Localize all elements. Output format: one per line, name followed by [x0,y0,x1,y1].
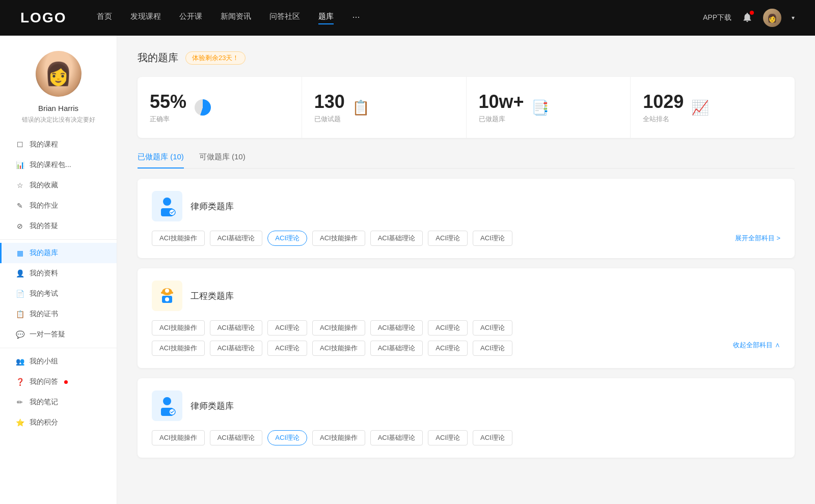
sidebar-item-notes[interactable]: ✏ 我的笔记 [0,392,117,412]
sidebar-item-bank[interactable]: ▦ 我的题库 [0,243,117,263]
tag-eng2-basic2[interactable]: ACI基础理论 [370,341,423,356]
bank-card-engineer-title: 工程类题库 [191,290,234,302]
sidebar-item-coursepack[interactable]: 📊 我的课程包... [0,155,117,175]
sidebar-item-favorites[interactable]: ☆ 我的收藏 [0,175,117,195]
tag-eng-theory2[interactable]: ACI理论 [428,320,468,335]
nav-link-discover[interactable]: 发现课程 [130,12,161,24]
sidebar-item-homework[interactable]: ✎ 我的作业 [0,195,117,216]
question-bank-icon: 📑 [531,98,550,117]
lawyer2-icon [156,395,178,417]
nav-link-qa[interactable]: 问答社区 [269,12,300,24]
tag-eng-skill1[interactable]: ACI技能操作 [152,320,205,335]
tag-law2-theory1[interactable]: ACI理论 [267,430,307,445]
tag-aci-basic2[interactable]: ACI基础理论 [370,231,423,246]
nav-app-download[interactable]: APP下载 [703,13,731,22]
nav-link-home[interactable]: 首页 [97,12,112,24]
sidebar-item-tutor[interactable]: 💬 一对一答疑 [0,324,117,345]
tag-eng2-skill1[interactable]: ACI技能操作 [152,341,205,356]
chat-icon: 💬 [15,330,24,339]
svg-point-5 [165,289,169,293]
sidebar-item-label: 我的积分 [30,418,58,427]
file-icon: ☐ [15,140,24,149]
tab-available-banks[interactable]: 可做题库 (10) [199,152,246,168]
sidebar-item-qa[interactable]: ⊘ 我的答疑 [0,216,117,236]
tag-aci-skill1[interactable]: ACI技能操作 [152,231,205,246]
page-title-row: 我的题库 体验剩余23天！ [138,51,795,65]
nav-link-news[interactable]: 新闻资讯 [221,12,251,24]
tag-aci-theory3[interactable]: ACI理论 [473,231,512,246]
stat-rank-number: 1029 [643,91,684,113]
nav-dropdown-arrow[interactable]: ▾ [792,14,795,21]
tag-eng2-theory3[interactable]: ACI理论 [473,341,512,356]
sidebar-item-cert[interactable]: 📋 我的证书 [0,304,117,324]
nav-link-open[interactable]: 公开课 [179,12,202,24]
tag-eng-basic2[interactable]: ACI基础理论 [370,320,423,335]
tag-eng-theory3[interactable]: ACI理论 [473,320,512,335]
tag-eng-theory1[interactable]: ACI理论 [267,320,307,335]
sidebar-item-profile[interactable]: 👤 我的资料 [0,263,117,284]
nav-logo[interactable]: LOGO [20,10,66,26]
tag-law2-basic1[interactable]: ACI基础理论 [210,430,263,445]
nav-bell-dot [750,11,754,15]
bank-card-lawyer2-tags: ACI技能操作 ACI基础理论 ACI理论 ACI技能操作 ACI基础理论 AC… [152,430,780,445]
svg-point-0 [163,198,171,206]
tag-eng2-skill2[interactable]: ACI技能操作 [312,341,365,356]
lawyer-icon [156,195,178,217]
nav-avatar[interactable]: 👩 [763,9,781,27]
sidebar-item-label: 我的作业 [30,201,58,210]
tag-aci-skill2[interactable]: ACI技能操作 [312,231,365,246]
nav-link-bank[interactable]: 题库 [318,12,334,24]
sidebar-item-course[interactable]: ☐ 我的课程 [0,134,117,155]
tag-aci-basic1[interactable]: ACI基础理论 [210,231,263,246]
nav-more[interactable]: ··· [352,12,360,24]
lawyer2-icon-wrap [152,390,182,421]
bank-card-lawyer1-title: 律师类题库 [191,201,234,212]
stat-rank: 1029 全站排名 📈 [631,77,795,138]
sidebar-motto: 错误的决定比没有决定要好 [12,116,105,124]
sidebar-item-myqa[interactable]: ❓ 我的问答 [0,372,117,392]
sidebar-item-label: 我的课程 [30,140,58,149]
sidebar-item-label: 我的课程包... [30,160,71,170]
tag-eng-skill2[interactable]: ACI技能操作 [312,320,365,335]
stat-done-banks: 10w+ 已做题库 📑 [467,77,631,138]
bank-card-engineer-header: 工程类题库 [152,281,780,311]
unread-badge [64,380,68,384]
tag-aci-theory2[interactable]: ACI理论 [428,231,468,246]
tag-law2-skill1[interactable]: ACI技能操作 [152,430,205,445]
page-wrapper: 👩 Brian Harris 错误的决定比没有决定要好 ☐ 我的课程 📊 我的课… [0,36,815,504]
nav-bell[interactable] [742,12,753,24]
stat-rank-label: 全站排名 [643,115,684,124]
sidebar-item-exam[interactable]: 📄 我的考试 [0,284,117,304]
tag-law2-skill2[interactable]: ACI技能操作 [312,430,365,445]
sidebar-item-group[interactable]: 👥 我的小组 [0,351,117,372]
sidebar-item-label: 我的小组 [30,357,58,366]
tag-law2-basic2[interactable]: ACI基础理论 [370,430,423,445]
question-circle-icon: ⊘ [15,221,24,231]
sidebar-item-points[interactable]: ⭐ 我的积分 [0,412,117,433]
expand-link-lawyer1[interactable]: 展开全部科目 > [735,234,780,243]
stat-done-banks-number: 10w+ [479,91,524,113]
navbar: LOGO 首页 发现课程 公开课 新闻资讯 问答社区 题库 ··· APP下载 … [0,0,815,36]
list-icon: 📋 [352,98,370,117]
bank-card-lawyer2-title: 律师类题库 [191,400,234,412]
tag-eng-basic1[interactable]: ACI基础理论 [210,320,263,335]
sidebar-item-label: 我的资料 [30,269,58,278]
tag-law2-theory2[interactable]: ACI理论 [428,430,468,445]
tag-aci-theory1[interactable]: ACI理论 [267,231,307,246]
bank-card-engineer-tags: ACI技能操作 ACI基础理论 ACI理论 ACI技能操作 ACI基础理论 AC… [152,320,780,356]
svg-point-8 [163,397,171,405]
tag-eng2-theory2[interactable]: ACI理论 [428,341,468,356]
engineer-tags-row2: ACI技能操作 ACI基础理论 ACI理论 ACI技能操作 ACI基础理论 AC… [152,341,780,356]
tag-eng2-theory1[interactable]: ACI理论 [267,341,307,356]
bank-card-lawyer2: 律师类题库 ACI技能操作 ACI基础理论 ACI理论 ACI技能操作 ACI基… [138,378,795,458]
tag-law2-theory3[interactable]: ACI理论 [473,430,512,445]
rank-icon-symbol: 📈 [691,99,709,116]
sidebar-username: Brian Harris [38,104,78,113]
stat-accuracy-label: 正确率 [150,115,186,124]
sidebar-item-label: 我的收藏 [30,181,58,190]
tag-eng2-basic1[interactable]: ACI基础理论 [210,341,263,356]
collapse-link-engineer[interactable]: 收起全部科目 ∧ [733,341,780,356]
tab-done-banks[interactable]: 已做题库 (10) [138,152,184,168]
pie-chart-icon [194,98,212,117]
chart-icon: 📊 [15,160,24,170]
